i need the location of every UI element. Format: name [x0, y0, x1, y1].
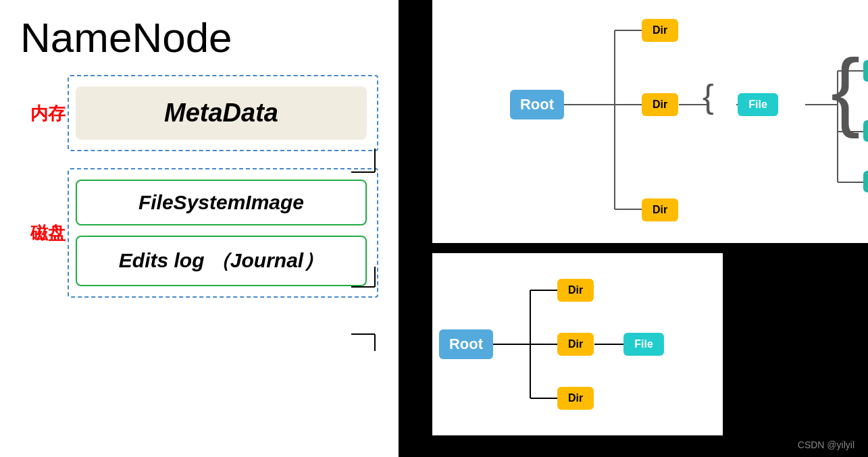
root-node: Root [510, 90, 564, 119]
file-node: File [738, 93, 778, 116]
big-curly-brace: { [831, 46, 860, 134]
block1-node: Block [863, 60, 868, 82]
small-curly-brace: { [703, 80, 714, 113]
fs-image-box: FileSystemImage [76, 180, 367, 225]
middle-dir-node: Dir [642, 93, 678, 116]
fs-image-text: FileSystemImage [138, 191, 304, 214]
disk-label: 磁盘 [30, 221, 66, 245]
bottom-right-panel: Root Dir Dir Dir File [432, 253, 723, 435]
edits-log-text: Edits log （Journal） [119, 247, 324, 275]
top-dir-node: Dir [642, 19, 678, 42]
block3-node: Block [863, 171, 868, 192]
metadata-text: MetaData [164, 99, 278, 128]
bottom-top-dir: Dir [557, 279, 594, 302]
metadata-box: MetaData [76, 86, 367, 140]
bottom-dir-node: Dir [642, 198, 678, 221]
top-right-panel: Root Dir Dir Dir { File { Block Block [432, 0, 868, 243]
bottom-mid-dir: Dir [557, 333, 594, 356]
block2-node: Block [863, 120, 868, 142]
disk-box: FileSystemImage Edits log （Journal） [68, 168, 378, 298]
bottom-file-node: File [623, 333, 664, 356]
bottom-root-node: Root [439, 329, 493, 359]
bottom-bot-dir: Dir [557, 387, 594, 410]
memory-box: MetaData [68, 75, 378, 151]
watermark: CSDN @yilyil [798, 439, 854, 450]
top-tree-container: Root Dir Dir Dir { File { Block Block [432, 0, 868, 243]
edits-log-box: Edits log （Journal） [76, 236, 367, 286]
left-panel: NameNode 内存 MetaData 磁盘 FileSystemImage … [0, 0, 399, 457]
memory-label: 内存 [30, 101, 66, 125]
bottom-tree-container: Root Dir Dir Dir File [432, 253, 723, 435]
namenode-title: NameNode [20, 14, 378, 61]
